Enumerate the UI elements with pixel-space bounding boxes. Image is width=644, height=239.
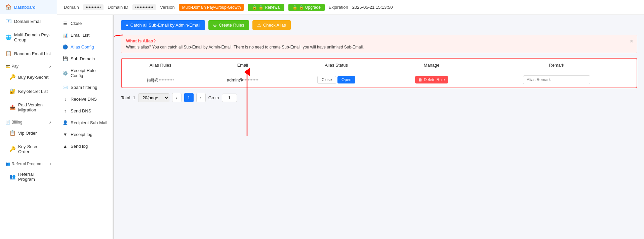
subnav-label-alias-config: Alias Config: [71, 44, 94, 49]
referral-icon: 👥: [9, 174, 15, 180]
check-alias-button[interactable]: ⚠ Check Alias: [252, 20, 291, 30]
page-1-button[interactable]: 1: [184, 93, 194, 102]
delete-rule-label: Delete Rule: [424, 77, 445, 82]
sidebar-label-domain-email: Domain Email: [14, 19, 41, 24]
sidebar-item-referral[interactable]: 👥 Referral Program: [0, 168, 57, 186]
domain-email-icon: 📧: [5, 18, 11, 24]
upgrade-label: 🔒 Upgrade: [299, 5, 320, 10]
create-rules-button[interactable]: ⊕ Create Rules: [208, 20, 249, 30]
pagination: Total 1 20/page 50/page 100/page ‹ 1 › G…: [121, 93, 637, 102]
sidebar-item-buy-key[interactable]: 🔑 Buy Key-Secret: [0, 70, 57, 84]
expiration-value: 2025-05-21 15:13:50: [352, 5, 393, 10]
sidebar-label-vip-order: Vip Order: [18, 131, 37, 136]
delete-rule-button[interactable]: 🗑 Delete Rule: [415, 76, 448, 83]
cell-manage: 🗑 Delete Rule: [387, 72, 477, 88]
key-list-icon: 🔐: [9, 88, 15, 94]
renewal-label: 🔒 Renewal: [258, 5, 280, 10]
col-alias-status: Alias Status: [286, 59, 387, 72]
col-manage: Manage: [387, 59, 477, 72]
referral-arrow-icon: ∧: [49, 162, 51, 166]
info-banner-close[interactable]: ✕: [630, 38, 634, 44]
dashboard-icon: 🏠: [5, 4, 11, 10]
catch-all-label: Catch all Sub-Email by Admin-Email: [130, 23, 200, 28]
pay-group-label: 💳 Pay: [5, 64, 18, 69]
sidebar-item-domain-email[interactable]: 📧 Domain Email: [0, 14, 57, 28]
sidebar-label-referral: Referral Program: [18, 172, 51, 182]
alias-config-icon: 🔵: [63, 44, 68, 49]
subnav-sub-domain[interactable]: 💾 Sub-Domain: [57, 53, 114, 65]
sidebar-label-dashboard: Dashboard: [14, 5, 36, 10]
catch-all-button[interactable]: ● Catch all Sub-Email by Admin-Email: [121, 20, 205, 30]
subnav-label-send-log: Send log: [71, 144, 88, 149]
subnav-receive-dns[interactable]: ↓ Receive DNS: [57, 93, 114, 105]
subnav-close[interactable]: ☰ Close: [57, 18, 114, 29]
sidebar-group-referral[interactable]: 👥 Referral Program ∧: [0, 158, 57, 168]
subnav-label-receive-dns: Receive DNS: [71, 97, 97, 102]
sidebar-item-paid-migration[interactable]: 📤 Paid Version Migration: [0, 98, 57, 116]
subnav-label-spam-filtering: Spam filtering: [71, 85, 97, 90]
sidebar-item-dashboard[interactable]: 🏠 Dashboard: [0, 0, 57, 14]
receipt-rule-icon: ⚙️: [63, 71, 68, 76]
remark-input[interactable]: [523, 75, 590, 84]
check-alias-label: Check Alias: [263, 23, 286, 28]
sub-nav-scrollbar[interactable]: [113, 15, 114, 239]
sidebar-item-key-order[interactable]: 🔑 Key-Secret Order: [0, 140, 57, 158]
col-remark: Remark: [477, 59, 637, 72]
alias-table-container: Alias Rules Email Alias Status Manage Re…: [121, 58, 637, 88]
alias-open-button[interactable]: Open: [337, 76, 355, 83]
domain-value: ••••••••••: [83, 4, 104, 10]
sidebar: 🏠 Dashboard 📧 Domain Email 🌐 Multi-Domai…: [0, 0, 57, 239]
per-page-select[interactable]: 20/page 50/page 100/page: [138, 93, 169, 102]
action-buttons-row: ● Catch all Sub-Email by Admin-Email ⊕ C…: [121, 20, 637, 30]
billing-group-label: 📄 Billing: [5, 120, 22, 125]
table-header: Alias Rules Email Alias Status Manage Re…: [122, 59, 637, 72]
goto-label: Go to: [208, 95, 219, 100]
subnav-spam-filtering[interactable]: ✉️ Spam filtering: [57, 81, 114, 93]
page-content: ● Catch all Sub-Email by Admin-Email ⊕ C…: [114, 15, 644, 239]
main-area: Domain •••••••••• Domain ID ••••••••••••…: [57, 0, 644, 239]
key-order-icon: 🔑: [9, 146, 15, 152]
create-rules-icon: ⊕: [213, 23, 217, 28]
version-badge: Multi-Domain Pay-Group-Growth: [179, 4, 244, 11]
header-bar: Domain •••••••••• Domain ID ••••••••••••…: [57, 0, 644, 15]
spam-filtering-icon: ✉️: [63, 85, 68, 90]
subnav-label-receipt-log: Receipt log: [71, 132, 92, 137]
sidebar-item-key-list[interactable]: 🔐 Key-Secret List: [0, 84, 57, 98]
next-page-button[interactable]: ›: [196, 93, 206, 102]
alias-rules-value: {all}@••••••••••: [147, 77, 174, 82]
sidebar-item-vip-order[interactable]: 📋 Vip Order: [0, 126, 57, 140]
domain-id-value: ••••••••••••: [132, 4, 156, 10]
info-banner-desc: What is alias? You can catch all Sub-Ema…: [126, 45, 632, 49]
subnav-receipt-rule[interactable]: ⚙️ Receipt Rule Config: [57, 65, 114, 81]
subnav-label-receipt-rule: Receipt Rule Config: [71, 68, 109, 78]
upgrade-button[interactable]: 🔒 🔒 Upgrade: [288, 4, 324, 11]
referral-group-label: 👥 Referral Program: [5, 162, 42, 166]
subnav-send-dns[interactable]: ↑ Send DNS: [57, 105, 114, 117]
alias-close-button[interactable]: Close: [317, 76, 336, 84]
receipt-log-icon: ▼: [63, 132, 68, 137]
subnav-alias-config[interactable]: 🔵 Alias Config: [57, 41, 114, 53]
prev-page-button[interactable]: ‹: [172, 93, 182, 102]
random-email-icon: 📋: [5, 50, 11, 57]
subnav-receipt-log[interactable]: ▼ Receipt log: [57, 129, 114, 140]
total-count: 1: [133, 95, 135, 100]
subnav-label-email-list: Email List: [71, 33, 89, 38]
sidebar-item-random-email[interactable]: 📋 Random Email List: [0, 46, 57, 61]
multi-domain-icon: 🌐: [5, 34, 11, 40]
sidebar-group-pay[interactable]: 💳 Pay ∧: [0, 61, 57, 70]
subnav-label-close: Close: [71, 21, 82, 26]
subnav-email-list[interactable]: 📊 Email List: [57, 29, 114, 41]
delete-icon: 🗑: [418, 77, 422, 82]
vip-order-icon: 📋: [9, 130, 15, 136]
sidebar-item-multi-domain[interactable]: 🌐 Multi-Domain Pay-Group: [0, 28, 57, 46]
sidebar-label-buy-key: Buy Key-Secret: [18, 75, 48, 80]
cell-remark: [477, 72, 637, 88]
version-label: Version: [160, 5, 174, 10]
domain-label: Domain: [64, 5, 79, 10]
subnav-send-log[interactable]: ▲ Send log: [57, 140, 114, 152]
sidebar-group-billing[interactable]: 📄 Billing ∧: [0, 116, 57, 126]
buy-key-icon: 🔑: [9, 74, 15, 80]
subnav-recipient-sub-mail[interactable]: 👤 Recipient Sub-Mail: [57, 117, 114, 129]
renewal-button[interactable]: 🔒 🔒 Renewal: [248, 4, 284, 11]
goto-input[interactable]: [222, 94, 237, 102]
